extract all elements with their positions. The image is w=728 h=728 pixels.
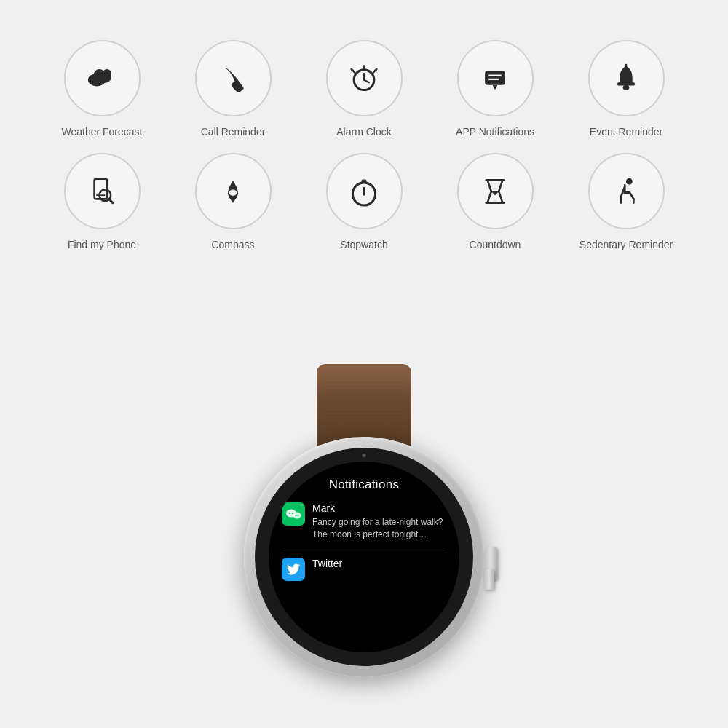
svg-point-25 (363, 192, 365, 195)
wechat-message: Fancy going for a late-night walk? The m… (312, 516, 446, 541)
svg-point-33 (293, 513, 301, 519)
sensor-dot (363, 454, 366, 457)
svg-line-6 (364, 79, 369, 82)
alarm-clock-label: Alarm Clock (336, 125, 391, 138)
svg-point-21 (229, 189, 237, 196)
watch-bezel: Notifications Mark (255, 448, 473, 666)
features-row-1: Weather Forecast Call Reminder (51, 40, 677, 138)
find-my-phone-circle (64, 153, 141, 229)
app-notifications-label: APP Notifications (456, 125, 534, 138)
svg-point-15 (623, 84, 630, 90)
feature-find-my-phone[interactable]: Find my Phone (51, 153, 153, 251)
bell-icon (607, 60, 645, 98)
notification-item-wechat: Mark Fancy going for a late-night walk? … (282, 502, 446, 541)
svg-rect-23 (362, 179, 367, 182)
wechat-notif-content: Mark Fancy going for a late-night walk? … (312, 502, 446, 541)
feature-event-reminder[interactable]: Event Reminder (575, 40, 677, 138)
svg-line-7 (352, 69, 355, 72)
person-icon (607, 173, 645, 210)
twitter-notif-content: Twitter (312, 558, 446, 571)
svg-point-35 (292, 513, 293, 514)
notification-divider (282, 553, 446, 553)
stopwatch-icon (345, 173, 383, 210)
twitter-logo (285, 561, 301, 577)
feature-app-notifications[interactable]: APP Notifications (444, 40, 546, 138)
watch-screen: Notifications Mark (269, 462, 459, 652)
countdown-circle (457, 153, 534, 229)
event-reminder-circle (588, 40, 665, 116)
weather-forecast-label: Weather Forecast (61, 125, 142, 138)
wechat-icon (282, 502, 305, 526)
svg-point-28 (626, 178, 633, 184)
wechat-logo (285, 506, 301, 522)
sedentary-reminder-label: Sedentary Reminder (579, 238, 673, 251)
svg-line-20 (109, 199, 113, 202)
sedentary-reminder-circle (588, 153, 665, 229)
svg-rect-10 (485, 71, 505, 84)
watch-section: Notifications Mark (182, 364, 546, 728)
cloud-icon (83, 60, 121, 98)
feature-countdown[interactable]: Countdown (444, 153, 546, 251)
svg-line-8 (373, 69, 376, 72)
feature-alarm-clock[interactable]: Alarm Clock (313, 40, 415, 138)
compass-label: Compass (211, 238, 254, 251)
svg-point-3 (103, 69, 111, 78)
compass-circle (195, 153, 272, 229)
countdown-label: Countdown (470, 238, 521, 251)
twitter-sender: Twitter (312, 558, 446, 569)
stopwatch-circle (326, 153, 403, 229)
alarm-icon (345, 60, 383, 98)
search-phone-icon (83, 173, 121, 210)
svg-marker-11 (493, 84, 498, 90)
twitter-icon (282, 558, 305, 581)
watch-crown-small[interactable] (484, 569, 494, 590)
compass-icon (214, 173, 252, 210)
svg-point-37 (298, 515, 299, 516)
watch-case: Notifications Mark (244, 437, 484, 677)
call-reminder-label: Call Reminder (201, 125, 266, 138)
features-section: Weather Forecast Call Reminder (0, 0, 728, 251)
feature-stopwatch[interactable]: Stopwatch (313, 153, 415, 251)
notification-icon (476, 60, 514, 98)
notification-item-twitter: Twitter (282, 558, 446, 581)
app-notifications-circle (457, 40, 534, 116)
feature-compass[interactable]: Compass (182, 153, 284, 251)
wechat-sender: Mark (312, 502, 446, 514)
alarm-clock-circle (326, 40, 403, 116)
call-reminder-circle (195, 40, 272, 116)
feature-call-reminder[interactable]: Call Reminder (182, 40, 284, 138)
feature-sedentary-reminder[interactable]: Sedentary Reminder (575, 153, 677, 251)
features-row-2: Find my Phone Compass Stop (51, 153, 677, 251)
weather-forecast-circle (64, 40, 141, 116)
svg-point-34 (289, 513, 290, 514)
screen-title: Notifications (329, 478, 400, 492)
stopwatch-label: Stopwatch (340, 238, 387, 251)
phone-icon (214, 60, 252, 98)
find-my-phone-label: Find my Phone (68, 238, 136, 251)
feature-weather-forecast[interactable]: Weather Forecast (51, 40, 153, 138)
event-reminder-label: Event Reminder (590, 125, 662, 138)
hourglass-icon (476, 173, 514, 210)
svg-point-36 (296, 515, 297, 516)
